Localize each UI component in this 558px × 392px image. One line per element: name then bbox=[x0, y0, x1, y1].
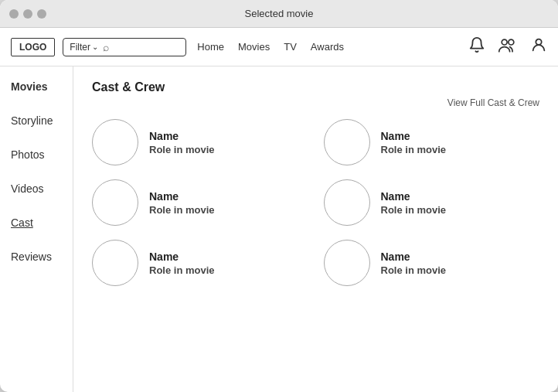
sidebar: Movies Storyline Photos Videos Cast Revi… bbox=[0, 66, 73, 392]
cast-name-3[interactable]: Name bbox=[381, 190, 447, 203]
window-controls bbox=[9, 9, 46, 19]
cast-info-5: Name Role in movie bbox=[381, 251, 447, 276]
cast-info-0: Name Role in movie bbox=[149, 130, 215, 155]
cast-avatar-5 bbox=[324, 240, 370, 286]
cast-name-2[interactable]: Name bbox=[149, 190, 215, 203]
maximize-button[interactable] bbox=[37, 9, 46, 19]
sidebar-item-movies[interactable]: Movies bbox=[11, 80, 62, 93]
section-title: Cast & Crew bbox=[92, 80, 539, 94]
cast-avatar-1 bbox=[324, 119, 370, 165]
title-bar: Selected movie bbox=[0, 0, 558, 28]
cast-role-0: Role in movie bbox=[149, 144, 215, 155]
cast-name-1[interactable]: Name bbox=[381, 130, 447, 142]
cast-card-1: Name Role in movie bbox=[324, 119, 540, 165]
body: Movies Storyline Photos Videos Cast Revi… bbox=[0, 66, 558, 392]
cast-avatar-4 bbox=[92, 240, 138, 286]
notifications-icon[interactable] bbox=[468, 36, 485, 57]
header: LOGO Filter ⌄ ⌕ Home Movies TV Awards bbox=[0, 28, 558, 66]
filter-label: Filter bbox=[70, 42, 90, 53]
cast-info-2: Name Role in movie bbox=[149, 190, 215, 216]
cast-card-2: Name Role in movie bbox=[92, 179, 308, 226]
svg-point-2 bbox=[536, 39, 541, 45]
cast-role-3: Role in movie bbox=[381, 204, 447, 216]
cast-name-0[interactable]: Name bbox=[149, 130, 215, 142]
cast-card-0: Name Role in movie bbox=[92, 119, 308, 165]
cast-role-5: Role in movie bbox=[381, 264, 447, 276]
nav-awards[interactable]: Awards bbox=[311, 41, 344, 53]
chevron-down-icon: ⌄ bbox=[92, 43, 98, 51]
sidebar-item-videos[interactable]: Videos bbox=[11, 182, 62, 195]
window-title: Selected movie bbox=[245, 8, 314, 19]
sidebar-item-photos[interactable]: Photos bbox=[11, 148, 62, 161]
cast-info-3: Name Role in movie bbox=[381, 190, 447, 216]
cast-avatar-0 bbox=[92, 119, 138, 165]
cast-card-5: Name Role in movie bbox=[324, 240, 540, 286]
minimize-button[interactable] bbox=[23, 9, 32, 19]
cast-avatar-2 bbox=[92, 179, 138, 226]
logo: LOGO bbox=[11, 38, 55, 56]
nav-home[interactable]: Home bbox=[197, 41, 224, 53]
filter-button[interactable]: Filter ⌄ bbox=[70, 42, 98, 53]
svg-point-1 bbox=[509, 39, 514, 45]
main-content: Cast & Crew View Full Cast & Crew Name R… bbox=[73, 66, 558, 392]
nav-tv[interactable]: TV bbox=[284, 41, 297, 53]
cast-role-4: Role in movie bbox=[149, 264, 215, 276]
nav-movies[interactable]: Movies bbox=[238, 41, 270, 53]
nav-links: Home Movies TV Awards bbox=[197, 41, 344, 53]
group-icon[interactable] bbox=[498, 36, 518, 57]
sidebar-item-storyline[interactable]: Storyline bbox=[11, 114, 62, 127]
cast-card-3: Name Role in movie bbox=[324, 179, 540, 226]
cast-grid: Name Role in movie Name Role in movie Na… bbox=[92, 119, 539, 286]
svg-point-0 bbox=[502, 39, 507, 45]
cast-avatar-3 bbox=[324, 179, 370, 226]
cast-role-2: Role in movie bbox=[149, 204, 215, 216]
cast-info-1: Name Role in movie bbox=[381, 130, 447, 155]
close-button[interactable] bbox=[9, 9, 19, 19]
view-full-cast-link[interactable]: View Full Cast & Crew bbox=[92, 97, 539, 108]
sidebar-item-cast[interactable]: Cast bbox=[11, 216, 62, 229]
cast-role-1: Role in movie bbox=[381, 144, 447, 155]
user-icon[interactable] bbox=[530, 36, 547, 57]
search-bar: Filter ⌄ ⌕ bbox=[63, 38, 186, 56]
cast-card-4: Name Role in movie bbox=[92, 240, 308, 286]
search-icon[interactable]: ⌕ bbox=[103, 41, 109, 53]
cast-name-5[interactable]: Name bbox=[381, 251, 447, 263]
cast-info-4: Name Role in movie bbox=[149, 251, 215, 276]
sidebar-item-reviews[interactable]: Reviews bbox=[11, 251, 62, 263]
cast-name-4[interactable]: Name bbox=[149, 251, 215, 263]
app-window: Selected movie LOGO Filter ⌄ ⌕ Home Movi… bbox=[0, 0, 558, 392]
header-icons bbox=[468, 36, 547, 57]
